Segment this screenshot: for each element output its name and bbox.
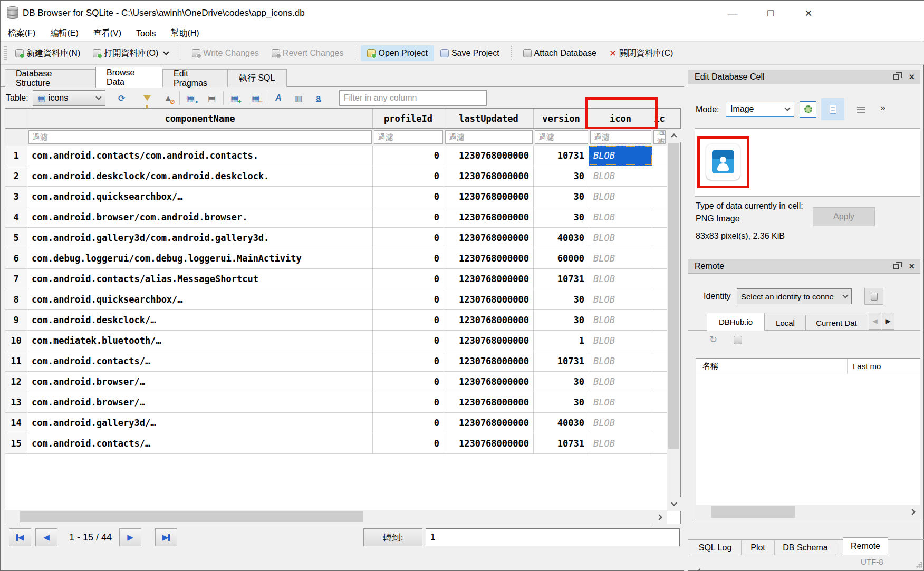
cell-profileId[interactable]: 0: [373, 310, 444, 330]
attach-database-button[interactable]: Attach Database: [517, 45, 603, 61]
row-number[interactable]: 9: [5, 310, 27, 330]
tab-sql-log[interactable]: SQL Log: [689, 540, 742, 555]
cell-componentName[interactable]: com.android.browser/…: [27, 392, 373, 412]
cell-version[interactable]: 10731: [534, 351, 589, 371]
cell-profileId[interactable]: 0: [373, 228, 444, 248]
undock-panel-icon[interactable]: [893, 264, 899, 269]
cell-profileId[interactable]: 0: [373, 269, 444, 289]
cell-version[interactable]: 1: [534, 331, 589, 351]
row-number[interactable]: 15: [5, 433, 27, 453]
cell-componentName[interactable]: com.android.contacts/…: [27, 433, 373, 453]
close-database-button[interactable]: ✕ 關閉資料庫(C): [603, 45, 679, 62]
cell-profileId[interactable]: 0: [373, 289, 444, 309]
cell-componentName[interactable]: com.android.gallery3d/com.android.galler…: [27, 228, 373, 248]
tab-browse-data[interactable]: Browse Data: [95, 67, 162, 88]
revert-changes-button[interactable]: Revert Changes: [265, 45, 350, 61]
cell-componentName[interactable]: com.debug.loggerui/com.debug.loggerui.Ma…: [27, 248, 373, 268]
cell-icon-blob[interactable]: BLOB: [589, 351, 652, 371]
cell-componentName[interactable]: com.android.deskclock/…: [27, 310, 373, 330]
cell-componentName[interactable]: com.mediatek.bluetooth/…: [27, 331, 373, 351]
encoding-status[interactable]: UTF-8: [861, 557, 883, 566]
cell-partial[interactable]: [652, 372, 667, 392]
cell-profileId[interactable]: 0: [373, 372, 444, 392]
cell-componentName[interactable]: com.android.browser/…: [27, 372, 373, 392]
encoding-button[interactable]: ▥: [292, 91, 305, 105]
row-number[interactable]: 2: [5, 166, 27, 186]
cell-profileId[interactable]: 0: [373, 207, 444, 227]
cell-profileId[interactable]: 0: [373, 331, 444, 351]
filter-partial[interactable]: 過濾: [653, 130, 666, 144]
cell-profileId[interactable]: 0: [373, 146, 444, 166]
cell-partial[interactable]: [652, 166, 667, 186]
cell-componentName[interactable]: com.android.contacts/…: [27, 351, 373, 371]
cell-partial[interactable]: [652, 207, 667, 227]
cell-icon-blob[interactable]: BLOB: [589, 269, 652, 289]
identity-selector[interactable]: Select an identity to conne: [737, 288, 852, 304]
cell-profileId[interactable]: 0: [373, 351, 444, 371]
cell-icon-blob[interactable]: BLOB: [589, 289, 652, 309]
font-button[interactable]: A: [272, 91, 285, 105]
horizontal-scroll-thumb[interactable]: [20, 511, 363, 522]
close-panel-icon[interactable]: ×: [909, 262, 915, 271]
delete-record-button[interactable]: ▦−: [249, 91, 263, 105]
remote-refresh-icon[interactable]: ↻: [709, 334, 717, 345]
cell-lastUpdated[interactable]: 1230768000000: [444, 372, 534, 392]
filter-lastUpdated[interactable]: 過濾: [445, 130, 533, 144]
column-header-version[interactable]: version: [534, 109, 589, 128]
tab-edit-pragmas[interactable]: Edit Pragmas: [162, 69, 228, 87]
cell-componentName[interactable]: com.android.quicksearchbox/…: [27, 289, 373, 309]
import-data-button[interactable]: [800, 101, 816, 118]
row-number[interactable]: 12: [5, 372, 27, 392]
cell-version[interactable]: 30: [534, 166, 589, 186]
scroll-up-icon[interactable]: [671, 133, 677, 139]
cell-partial[interactable]: [652, 433, 667, 453]
cell-lastUpdated[interactable]: 1230768000000: [444, 207, 534, 227]
cell-lastUpdated[interactable]: 1230768000000: [444, 433, 534, 453]
row-number[interactable]: 1: [5, 146, 27, 166]
cell-componentName[interactable]: com.android.contacts/com.android.contact…: [27, 146, 373, 166]
filter-profileId[interactable]: 過濾: [374, 130, 443, 144]
upload-database-button[interactable]: [864, 288, 883, 305]
tab-current-database[interactable]: Current Dat: [806, 315, 867, 331]
filter-version[interactable]: 過濾: [535, 130, 588, 144]
goto-record-input[interactable]: [426, 528, 680, 546]
insert-record-button[interactable]: ▦+: [228, 91, 242, 105]
open-database-button[interactable]: 打開資料庫(O): [86, 45, 175, 62]
cell-icon-blob[interactable]: BLOB: [589, 310, 652, 330]
cell-componentName[interactable]: com.android.gallery3d/…: [27, 413, 373, 433]
tab-scroll-right-button[interactable]: ▶: [882, 313, 894, 330]
cell-version[interactable]: 30: [534, 310, 589, 330]
close-button[interactable]: ×: [790, 1, 827, 26]
overflow-chevrons-icon[interactable]: »: [880, 102, 886, 113]
scroll-left-icon[interactable]: [697, 568, 702, 571]
open-database-dropdown-icon[interactable]: [163, 49, 169, 55]
cell-partial[interactable]: [652, 187, 667, 207]
cell-icon-blob[interactable]: BLOB: [589, 433, 652, 453]
next-page-button[interactable]: ▶: [119, 528, 141, 546]
cell-icon-blob[interactable]: BLOB: [589, 228, 652, 248]
menu-edit[interactable]: 編輯(E): [43, 26, 85, 41]
tab-dbhub[interactable]: DBHub.io: [707, 313, 765, 331]
cell-lastUpdated[interactable]: 1230768000000: [444, 392, 534, 412]
column-header-partial[interactable]: ic: [652, 109, 667, 128]
cell-partial[interactable]: [652, 248, 667, 268]
row-number[interactable]: 7: [5, 269, 27, 289]
column-header-profileId[interactable]: profileId: [373, 109, 444, 128]
cell-profileId[interactable]: 0: [373, 413, 444, 433]
cell-lastUpdated[interactable]: 1230768000000: [444, 413, 534, 433]
remote-name-column[interactable]: 名稱: [696, 359, 848, 374]
cell-lastUpdated[interactable]: 1230768000000: [444, 146, 534, 166]
remote-scroll-thumb[interactable]: [711, 506, 795, 518]
word-wrap-button[interactable]: [854, 104, 868, 115]
first-page-button[interactable]: ◀: [9, 528, 31, 546]
cell-icon-blob[interactable]: BLOB: [589, 187, 652, 207]
cell-partial[interactable]: [652, 413, 667, 433]
remote-server-icon[interactable]: [734, 336, 742, 344]
cell-partial[interactable]: [652, 228, 667, 248]
tab-db-schema[interactable]: DB Schema: [774, 540, 836, 555]
tab-remote[interactable]: Remote: [843, 537, 888, 555]
menu-help[interactable]: 幫助(H): [163, 26, 206, 41]
cell-partial[interactable]: [652, 392, 667, 412]
save-table-button[interactable]: ▦▪: [184, 91, 198, 105]
cell-partial[interactable]: [652, 146, 667, 166]
